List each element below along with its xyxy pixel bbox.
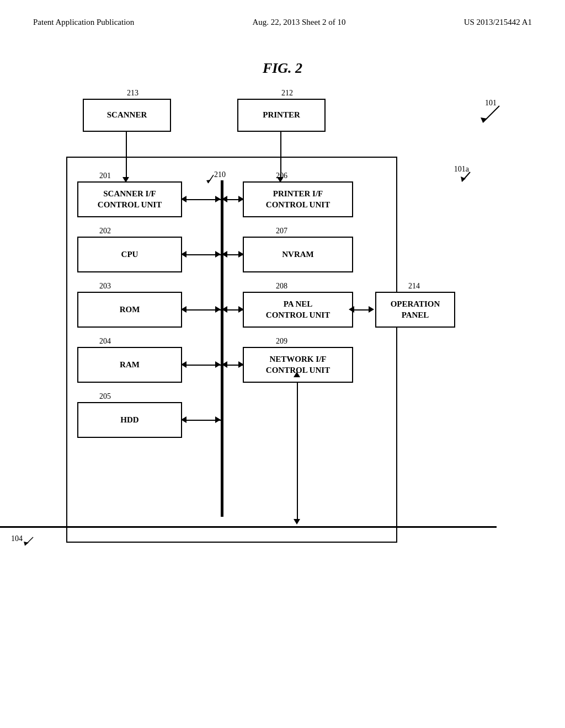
ah-cpu-right — [215, 251, 221, 258]
ah-op-panel-line — [353, 309, 370, 311]
panel-ctrl-box: PA NEL CONTROL UNIT — [243, 292, 353, 328]
figure-title: FIG. 2 — [0, 60, 565, 77]
diagram: 101 101a SCANNER 213 PRINTER 212 210 SCA… — [66, 99, 463, 595]
arrow-101a — [459, 169, 476, 186]
ah-hdd-right — [215, 416, 221, 423]
cpu-box: CPU — [77, 237, 182, 272]
header-left: Patent Application Publication — [33, 18, 134, 27]
ref-206: 206 — [276, 172, 287, 180]
ref-205: 205 — [99, 392, 111, 401]
scanner-box: SCANNER — [83, 99, 171, 132]
ram-box: RAM — [77, 347, 182, 383]
arrow-101 — [477, 103, 505, 125]
ref-214: 214 — [408, 282, 420, 291]
scanner-if-box: SCANNER I/F CONTROL UNIT — [77, 181, 182, 217]
arrow-scanner-down — [126, 132, 127, 179]
arrowhead-network-down — [294, 519, 300, 524]
arrow-210 — [205, 175, 216, 186]
page-header: Patent Application Publication Aug. 22, … — [0, 0, 565, 27]
ah-op-panel-left — [349, 306, 354, 313]
ah-printer-if-right — [238, 196, 244, 202]
header-center: Aug. 22, 2013 Sheet 2 of 10 — [252, 18, 345, 27]
printer-if-box: PRINTER I/F CONTROL UNIT — [243, 181, 353, 217]
network-bottom-line — [0, 526, 497, 528]
ah-network-if-right — [238, 361, 244, 368]
ref-213: 213 — [127, 89, 138, 98]
ref-207: 207 — [276, 227, 287, 235]
bus-line — [221, 180, 223, 517]
ref-204: 204 — [99, 337, 111, 346]
rom-box: ROM — [77, 292, 182, 328]
nvram-box: NVRAM — [243, 237, 353, 272]
ref-203: 203 — [99, 282, 111, 291]
hdd-box: HDD — [77, 402, 182, 438]
ref-104: 104 — [11, 534, 23, 543]
header-right: US 2013/215442 A1 — [464, 18, 532, 27]
arrow-104 — [22, 534, 36, 548]
ah-rom-right — [215, 306, 221, 313]
ref-202: 202 — [99, 227, 111, 235]
ref-208: 208 — [276, 282, 287, 291]
network-if-box: NETWORK I/F CONTROL UNIT — [243, 347, 353, 383]
ah-nvram-right — [238, 251, 244, 258]
ah-scanner-if-right — [215, 196, 221, 202]
arrow-network-down — [297, 383, 298, 521]
ah-ram-right — [215, 361, 221, 368]
ref-209: 209 — [276, 337, 287, 346]
ref-201: 201 — [99, 172, 111, 180]
ref-212: 212 — [281, 89, 293, 98]
ah-panel-ctrl-right — [238, 306, 244, 313]
operation-panel-box: OPERATION PANEL — [375, 292, 455, 328]
arrowhead-network-up — [294, 372, 300, 377]
printer-box: PRINTER — [237, 99, 326, 132]
